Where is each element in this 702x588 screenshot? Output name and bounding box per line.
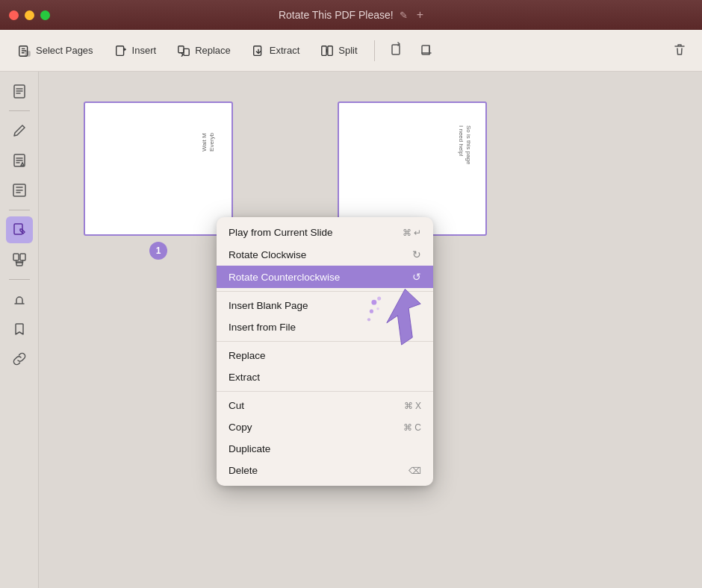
menu-item-cut[interactable]: Cut ⌘ X — [217, 395, 433, 416]
replace-icon — [177, 44, 190, 57]
annotate-icon — [11, 122, 28, 139]
replace-button[interactable]: Replace — [168, 40, 240, 62]
sidebar-item-link[interactable] — [6, 345, 33, 372]
svg-rect-3 — [178, 46, 184, 52]
split-label: Split — [338, 45, 357, 56]
menu-item-rotate-clockwise[interactable]: Rotate Clockwise ↻ — [217, 243, 433, 266]
insert-button[interactable]: Insert — [105, 40, 166, 62]
pages-sidebar-icon — [11, 83, 28, 99]
new-tab-button[interactable]: + — [417, 8, 423, 22]
menu-item-delete-label: Delete — [229, 465, 258, 476]
menu-item-rotate-cw-label: Rotate Clockwise — [229, 249, 306, 260]
rotate-ccw-icon: ↺ — [412, 271, 421, 283]
menu-item-cut-shortcut: ⌘ X — [404, 401, 421, 411]
insert-label: Insert — [132, 45, 157, 56]
sidebar-item-notes[interactable] — [6, 147, 33, 174]
sidebar-item-bookmark[interactable] — [6, 316, 33, 343]
select-pages-icon — [18, 44, 31, 57]
sidebar-item-annotate[interactable] — [6, 117, 33, 144]
menu-item-delete-shortcut: ⌫ — [409, 466, 421, 476]
extract-icon — [252, 44, 265, 57]
menu-item-delete[interactable]: Delete ⌫ — [217, 460, 433, 481]
svg-rect-14 — [13, 254, 19, 260]
menu-item-rotate-counterclockwise[interactable]: Rotate Counterclockwise ↺ — [217, 266, 433, 288]
svg-rect-6 — [322, 46, 326, 55]
stamp-icon — [11, 291, 28, 307]
menu-item-play-label: Play from Current Slide — [229, 227, 333, 238]
menu-item-insert-file-label: Insert from File — [229, 322, 296, 333]
context-menu: Play from Current Slide ⌘ ↵ Rotate Clock… — [217, 217, 433, 486]
page-1-thumbnail[interactable]: Wait MEveryb — [84, 101, 233, 236]
edit-pdf-icon — [11, 222, 28, 238]
close-button[interactable] — [9, 10, 19, 20]
link-icon — [11, 351, 28, 367]
rotate-cw-icon: ↻ — [412, 248, 421, 260]
toolbar-divider-1 — [374, 40, 375, 61]
trash-icon — [672, 42, 687, 57]
menu-item-replace[interactable]: Replace — [217, 345, 433, 366]
window-title: Rotate This PDF Please! — [279, 9, 394, 21]
bookmark-icon — [11, 321, 28, 337]
maximize-button[interactable] — [40, 10, 50, 20]
sidebar-item-edit-pdf[interactable] — [6, 216, 33, 243]
insert-icon — [114, 44, 128, 57]
menu-item-insert-blank-label: Insert Blank Page — [229, 300, 308, 311]
page-1-container[interactable]: Wait MEveryb 1 — [84, 101, 233, 260]
menu-item-cut-label: Cut — [229, 400, 244, 411]
sidebar-item-stamp[interactable] — [6, 286, 33, 313]
menu-separator-3 — [217, 391, 433, 392]
edit-title-icon[interactable]: ✎ — [400, 10, 408, 21]
menu-separator-2 — [217, 341, 433, 342]
crop-icon — [418, 42, 433, 57]
minimize-button[interactable] — [25, 10, 34, 20]
extract-button[interactable]: Extract — [243, 40, 308, 62]
menu-item-play-shortcut: ⌘ ↵ — [403, 228, 421, 238]
menu-item-insert-blank[interactable]: Insert Blank Page — [217, 295, 433, 316]
toolbar: Select Pages Insert Replace Extract Spli… — [0, 30, 702, 72]
titlebar: Rotate This PDF Please! ✎ + — [0, 0, 702, 30]
sidebar — [0, 72, 39, 588]
svg-rect-8 — [392, 45, 400, 54]
traffic-lights — [9, 10, 50, 20]
split-button[interactable]: Split — [311, 40, 366, 62]
delete-button[interactable] — [666, 37, 693, 63]
menu-item-copy-shortcut: ⌘ C — [403, 422, 421, 433]
svg-rect-1 — [25, 51, 30, 55]
sidebar-item-merge[interactable] — [6, 246, 33, 273]
page-2-text: So is this pageI need help! — [456, 125, 472, 164]
split-icon — [320, 44, 334, 57]
sidebar-divider-1 — [9, 110, 30, 111]
page-1-text: Wait MEveryb — [201, 133, 217, 151]
toolbar-extra-btn-2[interactable] — [412, 37, 439, 63]
bookmarks-icon — [11, 182, 28, 198]
menu-item-play-from-current[interactable]: Play from Current Slide ⌘ ↵ — [217, 222, 433, 243]
sidebar-item-pages[interactable] — [6, 78, 33, 104]
menu-item-replace-label: Replace — [229, 350, 266, 361]
menu-item-copy-label: Copy — [229, 422, 252, 433]
extract-label: Extract — [270, 45, 299, 56]
main-content: Wait MEveryb 1 So is this pageI need hel… — [39, 72, 702, 588]
notes-icon — [11, 152, 28, 169]
select-pages-button[interactable]: Select Pages — [9, 40, 102, 62]
menu-item-duplicate[interactable]: Duplicate — [217, 438, 433, 460]
sidebar-divider-2 — [9, 210, 30, 210]
replace-label: Replace — [195, 45, 231, 56]
svg-rect-5 — [254, 46, 261, 55]
menu-separator-1 — [217, 291, 433, 292]
svg-rect-7 — [328, 46, 332, 55]
menu-item-extract-label: Extract — [229, 372, 260, 383]
rotate-page-icon — [388, 42, 403, 57]
sidebar-item-bookmarks[interactable] — [6, 177, 33, 204]
select-pages-label: Select Pages — [36, 45, 93, 56]
toolbar-extra-btn-1[interactable] — [382, 37, 409, 63]
page-2-thumbnail[interactable]: So is this pageI need help! — [338, 101, 487, 236]
menu-item-duplicate-label: Duplicate — [229, 443, 270, 454]
menu-item-extract[interactable]: Extract — [217, 366, 433, 388]
sidebar-divider-3 — [9, 279, 30, 280]
menu-item-insert-from-file[interactable]: Insert from File — [217, 316, 433, 338]
menu-item-rotate-ccw-label: Rotate Counterclockwise — [229, 272, 340, 283]
merge-icon — [11, 251, 28, 268]
svg-rect-4 — [184, 49, 189, 55]
svg-rect-2 — [116, 46, 123, 55]
menu-item-copy[interactable]: Copy ⌘ C — [217, 416, 433, 438]
